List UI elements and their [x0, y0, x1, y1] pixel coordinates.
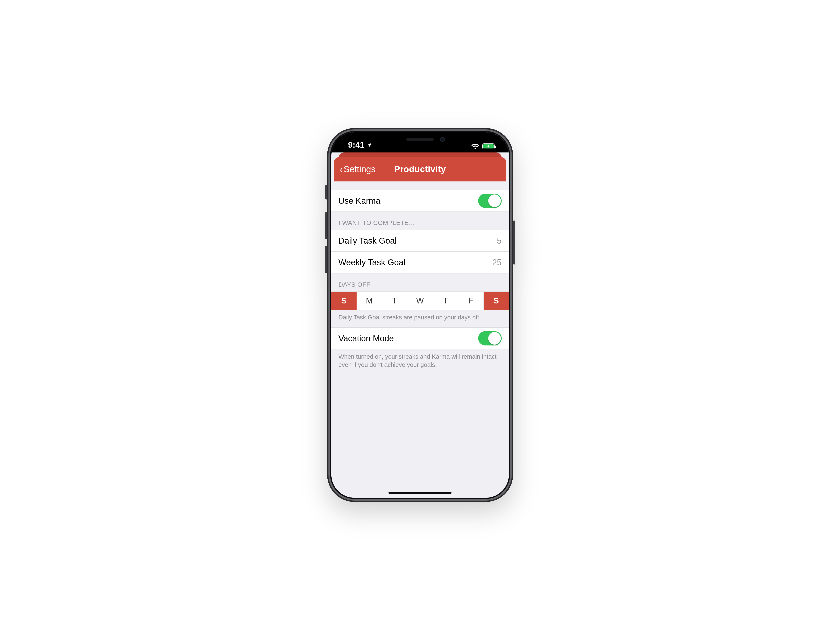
front-camera [440, 137, 445, 142]
volume-down-button [325, 246, 327, 273]
toggle-knob [488, 194, 501, 207]
day-thu[interactable]: T [433, 292, 458, 310]
mute-switch [325, 185, 327, 199]
back-label: Settings [344, 164, 376, 174]
weekly-task-goal-label: Weekly Task Goal [338, 258, 406, 267]
weekly-task-goal-row[interactable]: Weekly Task Goal 25 [332, 251, 509, 273]
screen: 9:41 ✦ [332, 132, 509, 498]
speaker-grille [406, 138, 434, 141]
vacation-mode-footer: When turned on, your streaks and Karma w… [332, 349, 509, 371]
chevron-left-icon: ‹ [340, 166, 343, 173]
day-fri[interactable]: F [458, 292, 484, 310]
home-indicator[interactable] [388, 492, 452, 494]
use-karma-row[interactable]: Use Karma [332, 190, 509, 212]
day-mon[interactable]: M [357, 292, 382, 310]
toggle-knob [488, 332, 501, 344]
day-tue[interactable]: T [382, 292, 407, 310]
back-button[interactable]: ‹ Settings [338, 164, 393, 174]
days-off-footer: Daily Task Goal streaks are paused on yo… [332, 310, 509, 324]
status-time: 9:41 [348, 141, 365, 150]
daily-task-goal-row[interactable]: Daily Task Goal 5 [332, 230, 509, 251]
weekly-task-goal-value: 25 [492, 258, 502, 267]
content-scroll[interactable]: Use Karma I WANT TO COMPLETE… Daily Task… [332, 182, 509, 498]
nav-bar: ‹ Settings Productivity [334, 157, 506, 182]
page-title: Productivity [393, 164, 447, 174]
vacation-mode-label: Vacation Mode [338, 334, 394, 343]
goals-section-header: I WANT TO COMPLETE… [332, 212, 509, 230]
volume-up-button [325, 212, 327, 239]
daily-task-goal-value: 5 [497, 236, 502, 245]
use-karma-label: Use Karma [338, 196, 381, 205]
day-sat[interactable]: S [484, 292, 509, 310]
daily-task-goal-label: Daily Task Goal [338, 236, 397, 245]
phone-device-frame: 9:41 ✦ [327, 128, 513, 502]
days-off-section-header: DAYS OFF [332, 273, 509, 292]
day-wed[interactable]: W [407, 292, 433, 310]
location-arrow-icon [367, 142, 372, 148]
notch [372, 132, 468, 146]
day-sun[interactable]: S [332, 292, 357, 310]
vacation-mode-toggle[interactable] [478, 331, 502, 346]
days-off-picker: S M T W T F S [332, 292, 509, 310]
use-karma-toggle[interactable] [478, 194, 502, 208]
wifi-icon [471, 143, 479, 150]
power-button [513, 221, 515, 265]
battery-charging-icon: ✦ [482, 144, 494, 149]
vacation-mode-row[interactable]: Vacation Mode [332, 327, 509, 349]
